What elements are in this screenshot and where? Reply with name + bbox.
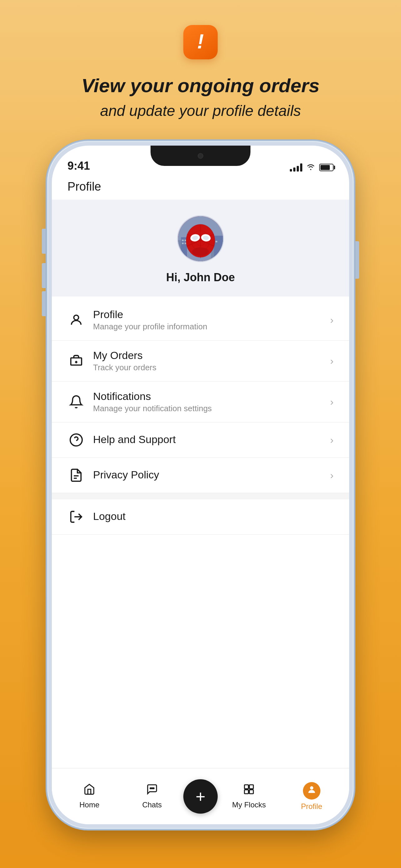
nav-fab-button[interactable]: + [183,779,218,814]
status-icons [290,162,334,173]
nav-item-chats[interactable]: Chats [121,783,183,809]
menu-item-profile[interactable]: Profile Manage your profile information … [52,300,349,341]
bottom-nav: Home Chats [52,768,349,824]
menu-item-notifications-content: Notifications Manage your notification s… [93,390,330,413]
menu-item-help-content: Help and Support [93,433,330,447]
menu-item-help[interactable]: Help and Support › [52,423,349,458]
chevron-icon: › [330,314,334,326]
user-greeting: Hi, John Doe [166,271,235,284]
menu-item-logout-content: Logout [93,510,334,524]
svg-point-33 [153,788,154,789]
avatar [177,215,224,262]
svg-point-38 [310,786,313,789]
battery-icon [319,164,334,171]
svg-point-32 [152,788,153,789]
signal-icon [290,163,302,172]
nav-label-myflocks: My Flocks [232,801,266,809]
phone-frame: 9:41 [47,141,354,829]
chats-icon [146,783,158,798]
menu-item-profile-content: Profile Manage your profile information [93,308,330,332]
nav-item-profile[interactable]: Profile [280,782,343,811]
menu-item-orders-subtitle: Track your orders [93,363,330,372]
menu-item-notifications-subtitle: Manage your notification settings [93,404,330,413]
home-icon [83,783,95,798]
status-time: 9:41 [67,159,90,173]
menu-item-help-title: Help and Support [93,433,330,445]
menu-item-logout[interactable]: Logout [52,499,349,535]
screen-content: Profile [52,177,349,824]
profile-nav-icon [307,784,317,797]
avatar-face [178,216,223,261]
wifi-icon [306,162,315,173]
menu-item-orders-title: My Orders [93,349,330,362]
nav-item-myflocks[interactable]: My Flocks [218,783,280,809]
svg-point-22 [192,247,209,256]
chevron-icon: › [330,396,334,408]
headline: View your ongoing orders [81,74,320,97]
nav-item-home[interactable]: Home [58,783,121,809]
privacy-icon [67,466,85,484]
menu-item-orders[interactable]: My Orders Track your orders › [52,341,349,381]
plus-icon: + [196,788,205,805]
menu-item-orders-content: My Orders Track your orders [93,349,330,372]
profile-card: Hi, John Doe [52,200,349,297]
menu-item-logout-title: Logout [93,510,334,522]
profile-icon [67,311,85,329]
menu-item-privacy-title: Privacy Policy [93,469,330,481]
svg-rect-35 [249,785,254,789]
app-icon-letter: ! [197,32,204,52]
phone-screen: 9:41 [52,146,349,824]
subheadline: and update your profile details [100,102,301,119]
menu-item-privacy-content: Privacy Policy [93,469,330,482]
menu-item-notifications[interactable]: Notifications Manage your notification s… [52,381,349,423]
svg-rect-37 [249,790,254,794]
chevron-icon: › [330,470,334,481]
menu-item-privacy[interactable]: Privacy Policy › [52,458,349,493]
camera [198,153,203,159]
logout-icon [67,508,85,526]
app-icon: ! [183,25,218,59]
top-section: ! View your ongoing orders and update yo… [81,0,320,119]
svg-rect-5 [182,240,183,241]
svg-rect-34 [244,785,248,789]
nav-label-chats: Chats [142,801,162,809]
svg-point-23 [74,315,78,320]
svg-point-31 [150,788,151,789]
page-title: Profile [67,180,101,193]
chevron-icon: › [330,434,334,446]
orders-icon [67,352,85,370]
nav-label-profile: Profile [301,802,322,811]
menu-item-profile-title: Profile [93,308,330,320]
myflocks-icon [243,783,255,798]
svg-rect-7 [182,243,183,244]
svg-rect-10 [215,241,218,243]
notch [151,146,250,166]
nav-label-home: Home [79,801,99,809]
phone-mockup: 9:41 [47,141,354,829]
notifications-icon [67,393,85,410]
svg-rect-36 [244,790,248,794]
chevron-icon: › [330,355,334,367]
menu-item-profile-subtitle: Manage your profile information [93,322,330,332]
profile-nav-avatar [303,782,321,800]
menu-item-notifications-title: Notifications [93,390,330,402]
svg-rect-4 [214,236,223,261]
help-icon [67,431,85,449]
page-header: Profile [52,177,349,200]
menu-separator [52,493,349,499]
menu-list: Profile Manage your profile information … [52,300,349,768]
